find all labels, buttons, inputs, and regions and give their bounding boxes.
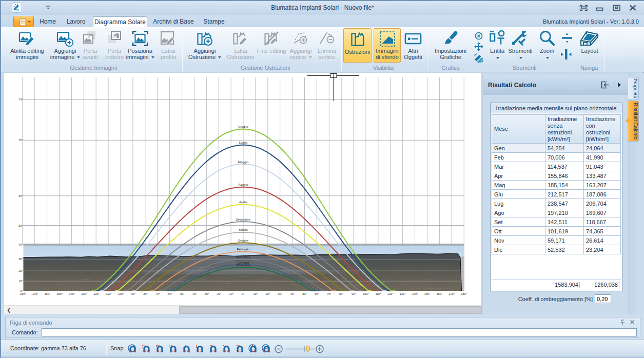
svg-text:10°: 10° [18,280,23,283]
svg-text:Novembre: Novembre [236,255,251,258]
svg-text:-60°: -60° [167,292,172,295]
svg-text:Aprile: Aprile [239,200,247,204]
svg-text:-140°: -140° [68,292,75,295]
svg-text:-90°: -90° [130,292,135,295]
svg-text:120°: 120° [387,292,393,295]
svg-text:40°: 40° [18,243,23,246]
svg-text:-10°: -10° [228,292,233,295]
svg-text:74°: 74° [18,98,23,101]
svg-text:100°: 100° [363,292,368,295]
svg-text:30°: 30° [18,257,23,261]
svg-text:-70°: -70° [155,292,160,295]
svg-text:60°: 60° [315,292,319,295]
svg-text:-170°: -170° [31,292,38,295]
svg-text:-120°: -120° [93,292,100,295]
svg-text:50°: 50° [302,292,306,295]
svg-text:Agosto: Agosto [238,183,248,186]
svg-text:140°: 140° [412,292,418,295]
svg-text:10°: 10° [253,292,258,295]
svg-text:20°: 20° [266,292,270,295]
svg-text:160°: 160° [437,292,442,295]
svg-text:-130°: -130° [81,292,87,295]
svg-text:Ottobre: Ottobre [238,238,249,242]
svg-text:Giugno: Giugno [238,125,249,128]
svg-text:Febbraio: Febbraio [237,247,250,251]
svg-text:70°: 70° [327,292,331,295]
svg-text:180°: 180° [461,292,467,295]
svg-text:-80°: -80° [143,292,148,295]
svg-text:30°: 30° [278,292,282,295]
svg-text:110°: 110° [375,292,381,295]
svg-text:-30°: -30° [204,292,209,295]
svg-text:150°: 150° [424,292,430,295]
svg-text:-160°: -160° [44,292,50,295]
svg-text:50°: 50° [18,224,23,227]
svg-text:40°: 40° [290,292,294,295]
svg-text:-180°: -180° [19,292,26,295]
svg-text:170°: 170° [449,292,455,295]
svg-text:20°: 20° [18,269,23,272]
svg-text:Gennaio: Gennaio [237,261,249,264]
svg-text:90°: 90° [352,292,356,295]
svg-text:Maggio: Maggio [238,160,249,164]
svg-text:-100°: -100° [117,292,124,295]
svg-text:130°: 130° [400,292,405,295]
svg-text:60°: 60° [18,194,23,197]
svg-text:-50°: -50° [179,292,184,295]
svg-text:70°: 70° [18,138,23,142]
svg-text:-110°: -110° [105,292,112,295]
svg-text:0°: 0° [242,292,244,295]
svg-text:-150°: -150° [56,292,63,295]
svg-text:80°: 80° [339,292,343,295]
svg-text:-40°: -40° [191,292,197,295]
svg-text:Settembre: Settembre [236,217,251,221]
svg-text:-20°: -20° [216,292,221,295]
svg-text:Luglio: Luglio [239,141,248,144]
svg-text:Marzo: Marzo [239,228,248,231]
